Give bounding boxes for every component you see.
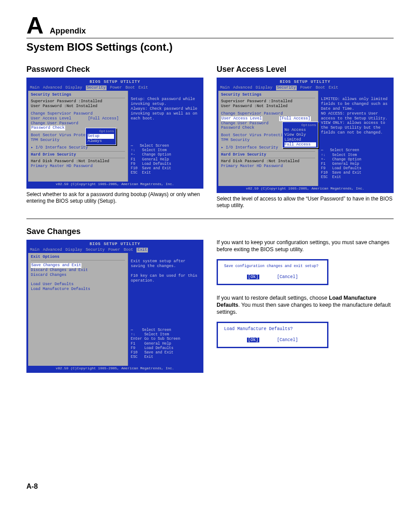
user-access-level-item[interactable]: User Access Level [Full Access]: [221, 116, 315, 121]
tab-exit[interactable]: Exit: [138, 85, 148, 90]
tab-display[interactable]: Display: [66, 85, 82, 90]
appendix-letter: A: [26, 13, 44, 37]
bios-menubar: Main Advanced Display Security Power Boo…: [28, 85, 202, 91]
tab-exit[interactable]: Exit: [136, 248, 148, 253]
discard-changes[interactable]: Discard Changes: [31, 273, 125, 278]
option-always[interactable]: Always: [88, 139, 102, 143]
option-setup[interactable]: Setup: [88, 134, 114, 139]
tab-advanced[interactable]: Advanced: [43, 85, 62, 90]
load-user-defaults[interactable]: Load User Defaults: [31, 282, 125, 287]
cancel-button[interactable]: [Cancel]: [277, 275, 298, 279]
bios-footer: v02.59 (C)Copyright 1985-2005, American …: [28, 182, 202, 187]
tab-main[interactable]: Main: [30, 248, 40, 253]
exit-options-head: Exit Options: [31, 255, 125, 260]
save-changes-and-exit[interactable]: Save Changes and Exit: [31, 263, 81, 268]
user-access-options-popup: Options No Access View Only Limited Full…: [282, 122, 318, 149]
user-access-level-line: User Access Level [Full Access]: [31, 116, 125, 121]
tab-display[interactable]: Display: [66, 248, 82, 253]
hard-drive-security-head: Hard Drive Security: [31, 152, 125, 157]
nav-hints: ↔ Select Screen ↑↓ Select Item +- Change…: [131, 144, 199, 175]
save-confirm-dialog: Save configuration changes and exit setu…: [217, 259, 328, 285]
help-text: Exit system setup after saving the chang…: [131, 259, 199, 283]
tab-security[interactable]: Security: [86, 85, 107, 90]
tab-main[interactable]: Main: [220, 85, 230, 90]
tab-advanced[interactable]: Advanced: [43, 248, 62, 253]
bios-help-pane: Setup: Check password while invoking set…: [128, 91, 202, 182]
supervisor-password: Supervisor Password :Installed: [31, 99, 125, 104]
bios-screenshot-password-check: BIOS SETUP UTILITY Main Advanced Display…: [26, 78, 203, 189]
tab-boot[interactable]: Boot: [124, 248, 133, 253]
option-view-only[interactable]: View Only: [284, 133, 306, 137]
appendix-label: Appendix: [50, 26, 86, 36]
io-interface-security[interactable]: ▸ I/O Interface Security: [31, 145, 125, 150]
help-text: LIMITED: allows only limited fields to b…: [321, 97, 389, 135]
user-access-caption: Select the level of access to allow the …: [217, 196, 394, 209]
password-check-options-popup: Options Setup Always: [85, 128, 116, 145]
tab-power[interactable]: Power: [300, 85, 312, 90]
tab-boot[interactable]: Boot: [316, 85, 325, 90]
tab-exit[interactable]: Exit: [328, 85, 338, 90]
user-password: User Password :Not Installed: [31, 104, 125, 109]
dialog-question: Load Manufacture Defaults?: [224, 327, 321, 331]
bios-screenshot-user-access: BIOS SETUP UTILITY Main Advanced Display…: [217, 78, 394, 193]
option-limited[interactable]: Limited: [284, 137, 301, 142]
option-full-access[interactable]: Full Access: [284, 142, 316, 147]
bios-left-pane: Security Settings Supervisor Password :I…: [28, 91, 128, 182]
tab-security[interactable]: Security: [86, 248, 105, 253]
option-no-access[interactable]: No Access: [284, 128, 306, 132]
change-supervisor-password[interactable]: Change Supervisor Password: [31, 111, 125, 116]
load-defaults-dialog: Load Manufacture Defaults? [Ok] [Cancel]: [217, 322, 328, 348]
tab-security[interactable]: Security: [276, 85, 297, 90]
tab-boot[interactable]: Boot: [125, 85, 135, 90]
user-access-heading: User Access Level: [217, 65, 394, 74]
load-manufacture-defaults[interactable]: Load Manufacture Defaults: [31, 287, 125, 292]
bios-screenshot-save-changes: BIOS SETUP UTILITY Main Advanced Display…: [26, 240, 203, 373]
tab-power[interactable]: Power: [108, 248, 120, 253]
password-check-item[interactable]: Password Check: [31, 126, 65, 130]
security-settings-head: Security Settings: [31, 93, 125, 97]
divider: [26, 219, 394, 219]
tab-advanced[interactable]: Advanced: [233, 85, 252, 90]
cancel-button[interactable]: [Cancel]: [277, 338, 298, 342]
tab-main[interactable]: Main: [30, 85, 40, 90]
page-number: A-8: [26, 483, 38, 490]
password-check-caption: Select whether to ask for a password dur…: [26, 191, 203, 204]
discard-changes-and-exit[interactable]: Discard Changes and Exit: [31, 268, 125, 273]
ok-button[interactable]: [Ok]: [247, 275, 259, 279]
appendix-header: A Appendix: [26, 13, 394, 38]
primary-master-hd-password[interactable]: Primary Master HD Password: [31, 164, 125, 169]
save-changes-heading: Save Changes: [26, 227, 203, 236]
save-changes-para2: If you want to restore default settings,…: [217, 295, 394, 316]
page-title: System BIOS Settings (cont.): [26, 41, 394, 53]
hard-disk-password: Hard Disk Password :Not Installed: [31, 159, 125, 164]
password-check-heading: Password Check: [26, 65, 203, 74]
tab-display[interactable]: Display: [256, 85, 273, 90]
ok-button[interactable]: [Ok]: [247, 338, 259, 342]
help-text: Setup: Check password while invoking set…: [131, 97, 199, 121]
bios-title: BIOS SETUP UTILITY: [28, 79, 202, 85]
tab-power[interactable]: Power: [110, 85, 122, 90]
dialog-question: Save configuration changes and exit setu…: [224, 264, 321, 268]
change-user-password[interactable]: Change User Password: [31, 121, 125, 126]
save-changes-para1: If you want to keep your configuration s…: [217, 239, 394, 253]
